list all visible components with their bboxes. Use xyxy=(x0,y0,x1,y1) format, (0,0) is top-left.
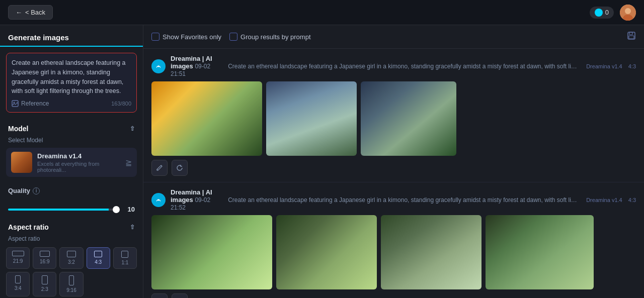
svg-rect-7 xyxy=(629,36,634,39)
result-images-1 xyxy=(151,81,636,156)
prompt-area[interactable]: Create an ethereal landscape featuring a… xyxy=(6,53,137,113)
result-ratio-2: 4:3 xyxy=(628,197,636,203)
prompt-text: Create an ethereal landscape featuring a… xyxy=(12,58,131,96)
edit-icon-1 xyxy=(156,164,163,171)
group-results-text: Group results by prompt xyxy=(240,33,310,41)
aspect-icon-1-1 xyxy=(121,251,128,258)
aspect-btn-21-9[interactable]: 21:9 xyxy=(6,247,30,269)
reference-label: Reference xyxy=(21,100,49,107)
model-chevron: ⇧ xyxy=(130,125,135,132)
aspect-btn-row2-1[interactable]: 3:4 xyxy=(6,272,30,296)
back-button[interactable]: ← < Back xyxy=(8,5,53,20)
result-avatar-2 xyxy=(151,193,166,207)
result-prompt-2: Create an ethereal landscape featuring a… xyxy=(228,196,580,204)
aspect-section-header: Aspect ratio ⇧ xyxy=(0,217,143,235)
model-info: Dreamina v1.4 Excels at everything from … xyxy=(37,152,120,173)
svg-point-11 xyxy=(157,199,159,201)
edit-button-1[interactable] xyxy=(151,160,168,176)
group-results-label[interactable]: Group results by prompt xyxy=(229,33,310,41)
toolbar-save-btn[interactable] xyxy=(627,31,636,42)
quality-slider[interactable] xyxy=(8,209,120,211)
quality-value: 10 xyxy=(125,206,135,213)
select-model-label: Select Model xyxy=(6,137,137,144)
show-favorites-label[interactable]: Show Favorites only xyxy=(151,33,221,41)
credits-icon xyxy=(595,9,603,17)
credits-badge: 0 xyxy=(590,7,614,19)
model-label: Model xyxy=(8,125,28,133)
group-results-checkbox[interactable] xyxy=(229,33,237,41)
result-title-group-2: Dreamina | AI images 09-02 21:52 xyxy=(171,188,223,211)
model-thumbnail xyxy=(11,152,32,173)
result-group-1: Dreamina | AI images 09-02 21:51 Create … xyxy=(143,49,644,182)
result-image-2-1[interactable] xyxy=(151,215,272,289)
result-title-group: Dreamina | AI images 09-02 21:51 xyxy=(171,55,223,77)
result-ratio-1: 4:3 xyxy=(628,63,636,69)
result-header-2: Dreamina | AI images 09-02 21:52 Create … xyxy=(151,188,636,211)
top-right: 0 xyxy=(590,5,636,21)
model-section: Select Model Dreamina v1.4 Excels at eve… xyxy=(0,137,143,181)
aspect-btn-row2-2[interactable]: 2:3 xyxy=(33,272,56,296)
svg-rect-3 xyxy=(12,101,18,107)
result-image-1-2[interactable] xyxy=(266,81,357,156)
back-label: < Back xyxy=(25,9,45,16)
result-header-1: Dreamina | AI images 09-02 21:51 Create … xyxy=(151,55,636,77)
aspect-icon-row2-2 xyxy=(42,275,48,284)
show-favorites-text: Show Favorites only xyxy=(163,33,221,41)
result-image-2-2[interactable] xyxy=(276,215,377,289)
main-layout: Generate images Create an ethereal lands… xyxy=(0,25,644,298)
back-icon: ← xyxy=(16,9,22,16)
aspect-icon-16-9 xyxy=(40,251,50,257)
main-content: Show Favorites only Group results by pro… xyxy=(143,25,644,298)
char-count: 163/800 xyxy=(111,101,131,107)
slider-row: 10 xyxy=(8,206,135,213)
reference-icon xyxy=(12,100,19,107)
result-image-1-1[interactable] xyxy=(151,81,262,156)
sidebar-title: Generate images xyxy=(0,25,143,47)
aspect-icon-4-3 xyxy=(94,251,102,257)
aspect-btn-row2-3[interactable]: 9:16 xyxy=(59,272,83,296)
top-bar: ← < Back 0 xyxy=(0,0,644,25)
aspect-chevron: ⇧ xyxy=(130,224,135,231)
quality-label-text: Quality xyxy=(8,187,30,194)
aspect-icon-21-9 xyxy=(12,251,24,256)
regenerate-button-2[interactable] xyxy=(172,293,188,298)
result-image-2-3[interactable] xyxy=(381,215,481,289)
content-toolbar: Show Favorites only Group results by pro… xyxy=(143,25,644,49)
svg-point-9 xyxy=(157,65,159,67)
result-model-1: Dreamina v1.4 xyxy=(586,63,622,69)
svg-point-4 xyxy=(14,102,15,104)
sidebar: Generate images Create an ethereal lands… xyxy=(0,25,143,298)
model-card[interactable]: Dreamina v1.4 Excels at everything from … xyxy=(6,148,137,177)
aspect-btn-1-1[interactable]: 1:1 xyxy=(113,247,137,269)
reference-button[interactable]: Reference xyxy=(12,100,49,107)
result-model-2: Dreamina v1.4 xyxy=(586,197,622,203)
aspect-btn-16-9[interactable]: 16:9 xyxy=(33,247,56,269)
edit-button-2[interactable] xyxy=(151,293,168,298)
show-favorites-checkbox[interactable] xyxy=(151,33,159,41)
regenerate-button-1[interactable] xyxy=(172,160,188,176)
aspect-grid: 21:9 16:9 3:2 4:3 xyxy=(6,247,137,269)
quality-section-header: Quality i xyxy=(0,181,143,204)
aspect-btn-3-2[interactable]: 3:2 xyxy=(59,247,83,269)
credits-count: 0 xyxy=(605,9,609,16)
aspect-icon-row2-3 xyxy=(69,275,74,285)
result-meta-2: Create an ethereal landscape featuring a… xyxy=(228,196,636,204)
result-image-1-3[interactable] xyxy=(361,81,456,156)
svg-point-1 xyxy=(625,8,631,14)
result-meta-1: Create an ethereal landscape featuring a… xyxy=(228,63,636,70)
result-image-2-4[interactable] xyxy=(486,215,594,289)
save-icon xyxy=(627,31,636,40)
aspect-label: Aspect ratio xyxy=(8,223,49,231)
model-settings-button[interactable]: ≧ xyxy=(125,158,132,167)
model-desc: Excels at everything from photoreali... xyxy=(37,161,120,173)
quality-label: Quality i xyxy=(8,187,40,194)
aspect-btn-4-3[interactable]: 4:3 xyxy=(87,247,110,269)
result-prompt-1: Create an ethereal landscape featuring a… xyxy=(228,63,580,70)
aspect-grid-row2: 3:4 2:3 9:16 xyxy=(6,272,137,296)
toolbar-left: Show Favorites only Group results by pro… xyxy=(151,33,311,41)
prompt-footer: Reference 163/800 xyxy=(12,100,131,107)
quality-info-icon: i xyxy=(33,187,40,194)
aspect-icon-row2-1 xyxy=(15,275,21,283)
quality-section: 10 xyxy=(0,204,143,217)
result-actions-2 xyxy=(151,293,636,298)
